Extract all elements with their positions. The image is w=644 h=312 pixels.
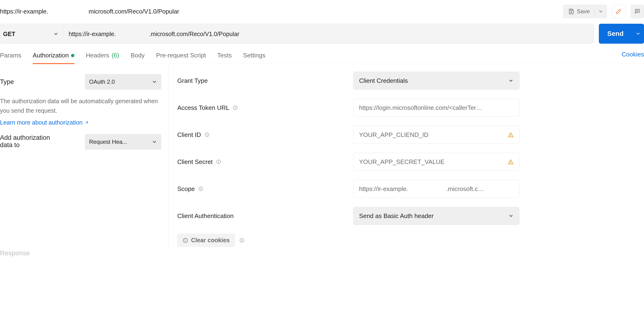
access-token-url-row: Access Token URL https://login.microsoft… — [177, 98, 644, 117]
client-secret-input[interactable]: YOUR_APP_SECRET_VALUE — [353, 153, 520, 171]
edit-icon — [616, 8, 622, 14]
info-icon[interactable] — [216, 159, 221, 164]
auth-add-to-value: Request Hea... — [89, 139, 127, 145]
save-options-button[interactable] — [595, 5, 607, 18]
client-auth-label: Client Authentication — [177, 212, 353, 220]
send-button[interactable]: Send — [599, 24, 632, 44]
auth-type-select[interactable]: OAuth 2.0 — [85, 74, 161, 90]
edit-button[interactable] — [612, 5, 626, 18]
status-dot-icon — [71, 54, 74, 57]
send-button-group: Send — [599, 24, 644, 44]
url-left: https://ir-example. — [69, 31, 116, 37]
scope-input[interactable]: https://ir-example. .microsoft.c… — [353, 180, 520, 198]
client-id-row: Client ID YOUR_APP_CLIEND_ID — [177, 125, 644, 144]
client-id-label: Client ID — [177, 131, 353, 139]
save-icon — [568, 8, 574, 14]
chevron-down-icon — [636, 31, 641, 36]
tabs: Params Authorization Headers (6) Body Pr… — [0, 48, 266, 64]
cookies-link[interactable]: Cookies — [622, 51, 644, 61]
grant-type-row: Grant Type Client Credentials — [177, 71, 644, 90]
tab-body[interactable]: Body — [130, 48, 144, 64]
url-right: .microsoft.com/Reco/V1.0/Popular — [149, 31, 239, 37]
save-button-group: Save — [563, 5, 607, 18]
comment-button[interactable] — [631, 5, 644, 18]
clear-cookies-row: Clear cookies — [177, 233, 644, 247]
warning-icon — [508, 159, 514, 165]
title-right: microsoft.com/Reco/V1.0/Popular — [89, 8, 179, 15]
tab-prerequest-script[interactable]: Pre-request Script — [156, 48, 206, 64]
auth-type-label: Type — [0, 78, 14, 86]
grant-type-label: Grant Type — [177, 77, 353, 84]
cookie-icon — [182, 238, 188, 243]
client-secret-label: Client Secret — [177, 158, 353, 165]
title-left: https://ir-example. — [0, 8, 48, 15]
client-id-input[interactable]: YOUR_APP_CLIEND_ID — [353, 126, 520, 144]
comment-icon — [634, 8, 640, 14]
chevron-down-icon — [508, 213, 514, 218]
tab-settings[interactable]: Settings — [243, 48, 266, 64]
info-icon[interactable] — [204, 132, 210, 137]
tab-tests[interactable]: Tests — [217, 48, 232, 64]
tabs-row: Params Authorization Headers (6) Body Pr… — [0, 48, 644, 64]
chevron-down-icon — [508, 78, 514, 83]
clear-cookies-button[interactable]: Clear cookies — [177, 233, 235, 247]
info-icon[interactable] — [233, 105, 238, 110]
scope-label: Scope — [177, 185, 353, 193]
auth-help-text: The authorization data will be automatic… — [0, 96, 161, 115]
save-label: Save — [577, 8, 590, 15]
request-url-input[interactable]: https://ir-example. .microsoft.com/Reco/… — [64, 24, 594, 44]
top-actions: Save — [563, 5, 644, 18]
auth-type-row: Type OAuth 2.0 — [0, 74, 161, 90]
chevron-down-icon — [53, 31, 58, 36]
client-auth-select[interactable]: Send as Basic Auth header — [353, 207, 520, 225]
auth-add-to-label: Add authorization data to — [0, 134, 50, 149]
chevron-down-icon — [152, 79, 157, 84]
tab-headers[interactable]: Headers (6) — [86, 48, 119, 64]
learn-more-link[interactable]: Learn more about authorization — [0, 119, 89, 126]
external-link-icon — [84, 120, 89, 125]
auth-right-panel: Grant Type Client Credentials Access Tok… — [169, 64, 644, 248]
request-inputs: GET https://ir-example. .microsoft.com/R… — [0, 24, 594, 44]
redacted-segment — [408, 185, 446, 193]
scope-row: Scope https://ir-example. .microsoft.c… — [177, 179, 644, 198]
method-value: GET — [3, 31, 15, 37]
access-token-url-input[interactable]: https://login.microsoftonline.com/<calle… — [353, 99, 520, 117]
send-options-button[interactable] — [632, 24, 644, 44]
auth-add-to-row: Add authorization data to Request Hea... — [0, 134, 161, 150]
send-label: Send — [608, 30, 624, 37]
auth-add-to-select[interactable]: Request Hea... — [85, 134, 161, 150]
method-select[interactable]: GET — [0, 24, 64, 44]
auth-type-value: OAuth 2.0 — [89, 79, 115, 85]
chevron-down-icon — [152, 139, 157, 145]
headers-count: (6) — [112, 52, 119, 59]
chevron-down-icon — [598, 9, 603, 14]
grant-type-select[interactable]: Client Credentials — [353, 72, 520, 90]
save-button[interactable]: Save — [563, 5, 595, 18]
info-icon[interactable] — [239, 238, 244, 243]
tab-params[interactable]: Params — [0, 48, 22, 64]
info-icon[interactable] — [198, 186, 204, 191]
response-section-label: Response — [0, 249, 644, 257]
client-secret-row: Client Secret YOUR_APP_SECRET_VALUE — [177, 152, 644, 171]
client-auth-row: Client Authentication Send as Basic Auth… — [177, 206, 644, 225]
request-row: GET https://ir-example. .microsoft.com/R… — [0, 24, 644, 48]
auth-content: Type OAuth 2.0 The authorization data wi… — [0, 64, 644, 248]
tab-authorization[interactable]: Authorization — [33, 48, 74, 64]
warning-icon — [508, 132, 514, 138]
top-bar: https://ir-example. microsoft.com/Reco/V… — [0, 0, 644, 24]
access-token-url-label: Access Token URL — [177, 104, 353, 112]
request-title: https://ir-example. microsoft.com/Reco/V… — [0, 8, 179, 15]
auth-left-panel: Type OAuth 2.0 The authorization data wi… — [0, 64, 169, 248]
